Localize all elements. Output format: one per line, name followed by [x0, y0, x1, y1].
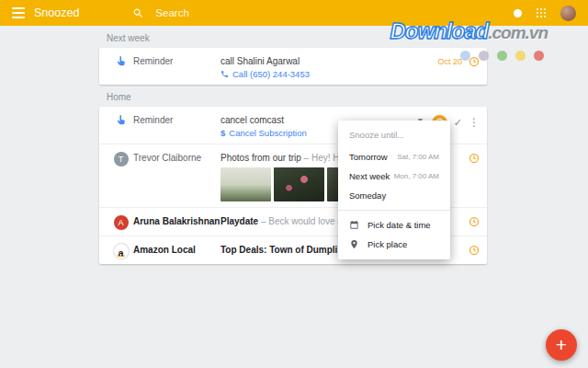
amazon-logo-icon: a	[114, 244, 129, 259]
status-dot-icon[interactable]	[514, 9, 522, 17]
clock-icon[interactable]	[469, 153, 480, 164]
reminder-hand-icon	[108, 112, 133, 126]
sender-name: Reminder	[133, 53, 220, 66]
dollar-icon: $	[220, 128, 225, 138]
search-bar[interactable]: Search	[132, 7, 188, 19]
pick-place-item[interactable]: Pick place	[338, 235, 450, 254]
sender-name: Amazon Local	[133, 242, 220, 255]
section-label-next-week: Next week	[99, 26, 487, 48]
card-next-week: Reminder call Shalini Agarwal Call (650)…	[99, 48, 487, 85]
call-link[interactable]: Call (650) 244-3453	[220, 69, 437, 79]
section-label-home: Home	[99, 85, 487, 107]
clock-icon[interactable]	[469, 216, 480, 227]
snooze-menu: Snooze until... Tomorrow Sat, 7:00 AM Ne…	[338, 121, 450, 259]
reminder-hand-icon	[108, 53, 133, 67]
avatar: T	[114, 152, 129, 167]
snooze-option-next-week[interactable]: Next week Mon, 7:00 AM	[338, 167, 450, 186]
calendar-icon	[349, 220, 359, 230]
sender-name: Reminder	[133, 112, 220, 125]
apps-grid-icon[interactable]	[536, 7, 547, 18]
photo-thumbnail[interactable]	[274, 167, 324, 201]
menu-divider	[338, 210, 450, 211]
compose-fab-button[interactable]: +	[546, 329, 577, 361]
done-check-icon[interactable]: ✓	[454, 117, 462, 129]
pick-date-time-item[interactable]: Pick date & time	[338, 215, 450, 235]
email-subject: cancel comcast	[220, 115, 284, 125]
photo-thumbnail[interactable]	[220, 167, 271, 201]
snooze-option-tomorrow[interactable]: Tomorrow Sat, 7:00 AM	[338, 147, 450, 167]
phone-icon	[220, 70, 229, 78]
topbar: Snoozed Search	[0, 0, 588, 26]
sender-name: Aruna Balakrishnan	[133, 213, 220, 226]
place-pin-icon	[349, 239, 359, 249]
sender-name: Trevor Claiborne	[133, 150, 220, 163]
clock-icon[interactable]	[469, 245, 480, 256]
page-title: Snoozed	[34, 6, 79, 19]
snooze-option-someday[interactable]: Someday	[338, 186, 450, 205]
email-subject: call Shalini Agarwal	[220, 56, 300, 66]
email-subject: Playdate	[220, 216, 258, 226]
search-icon	[132, 7, 144, 19]
snooze-date: Oct 20	[437, 57, 462, 66]
topbar-actions	[514, 6, 576, 21]
search-input[interactable]: Search	[155, 7, 188, 18]
more-menu-icon[interactable]: ⋮	[469, 118, 480, 128]
menu-icon[interactable]	[12, 7, 25, 18]
email-subject: Photos from our trip	[220, 153, 301, 163]
clock-icon[interactable]	[469, 56, 480, 67]
avatar: A	[114, 215, 129, 230]
user-avatar[interactable]	[560, 6, 576, 21]
snooze-menu-title: Snooze until...	[338, 121, 450, 147]
email-row-shalini[interactable]: Reminder call Shalini Agarwal Call (650)…	[99, 48, 487, 85]
